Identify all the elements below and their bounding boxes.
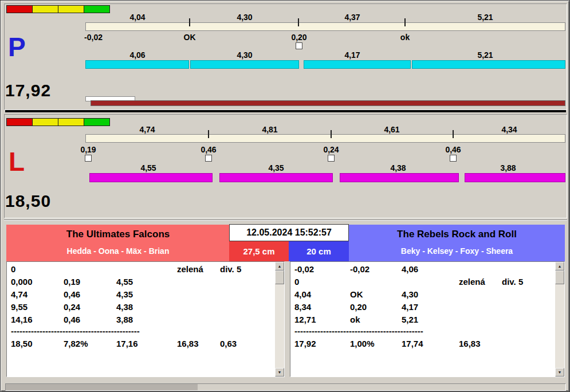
p-lower-split-label: 4,06 <box>129 50 145 60</box>
p-total-time: 17,92 <box>5 81 51 100</box>
left-panel-scrollbar[interactable]: ▲ ▼ <box>275 262 284 377</box>
l-lower-split-label: 3,88 <box>500 163 516 173</box>
tick-mark <box>331 130 332 138</box>
scroll-thumb[interactable] <box>555 271 564 284</box>
l-lower-split-label: 4,38 <box>390 163 406 173</box>
bottom-progress-fill <box>6 384 198 390</box>
p-fault-label: -0,02 <box>84 33 103 42</box>
l-total-time: 18,50 <box>5 191 51 211</box>
p-upper-time-bar <box>85 22 565 31</box>
l-split-time-label: 4,74 <box>139 125 155 134</box>
scroll-up-button[interactable]: ▲ <box>555 262 564 271</box>
tick-mark <box>208 130 209 138</box>
l-fault-checkbox[interactable] <box>328 155 335 162</box>
result-cell: 4,74 <box>11 289 27 299</box>
l-lower-bar-segment <box>340 173 459 182</box>
summary-cell: 17,16 <box>116 339 138 348</box>
result-cell: 0 <box>294 277 299 287</box>
left-team-name: The Ultimates Falcons <box>6 229 230 240</box>
l-fault-checkbox[interactable] <box>205 155 212 162</box>
left-team-header: The Ultimates Falcons Hedda - Oona - Mäx… <box>6 225 230 261</box>
summary-cell: 0,63 <box>220 339 237 348</box>
summary-cell: 17,74 <box>402 339 423 348</box>
result-cell: OK <box>350 289 363 299</box>
l-status-square-yellow1 <box>32 118 58 126</box>
result-cell: 0,19 <box>64 277 80 287</box>
result-cell: -0,02 <box>294 264 314 274</box>
summary-cell: 18,50 <box>11 339 33 348</box>
p-status-square-yellow2 <box>58 5 84 13</box>
result-cell: 14,16 <box>11 315 33 324</box>
result-divider-line: ----------------------------------------… <box>11 326 140 336</box>
p-lower-bar-segment <box>412 60 565 69</box>
l-lower-bar-segment <box>219 173 333 182</box>
result-cell: zelená <box>177 264 203 274</box>
l-fault-label: 0,24 <box>323 145 339 154</box>
left-team-members: Hedda - Oona - Mäx - Brian <box>6 246 230 256</box>
panel-l-frame <box>4 114 567 218</box>
result-cell: div. 5 <box>220 264 241 274</box>
tick-mark <box>189 18 190 26</box>
l-lane-letter: L <box>9 148 25 175</box>
p-fault-checkbox[interactable] <box>296 42 302 49</box>
summary-cell: 16,83 <box>459 339 481 348</box>
result-cell: 4,55 <box>116 277 133 287</box>
timing-app-window: P 4,04 4,30 4,37 5,21 -0,02 OK 0,20 ok 4… <box>0 0 570 392</box>
p-lower-split-label: 4,30 <box>237 50 252 60</box>
summary-cell: 17,92 <box>294 339 316 348</box>
result-cell: 5,21 <box>402 315 418 324</box>
result-cell: ok <box>350 315 360 324</box>
p-fault-label: 0,20 <box>291 33 306 42</box>
p-lower-bar-segment <box>85 60 189 69</box>
scroll-down-button[interactable]: ▼ <box>555 368 564 377</box>
scroll-down-button[interactable]: ▼ <box>275 368 284 377</box>
result-cell: 0 <box>11 264 15 274</box>
result-cell: 0,20 <box>350 302 367 312</box>
right-height-badge: 20 cm <box>289 241 349 261</box>
l-status-square-red <box>6 118 33 126</box>
l-status-square-green <box>84 118 110 126</box>
left-results-panel <box>6 261 285 377</box>
bottom-progress-track <box>5 383 566 391</box>
l-fault-checkbox[interactable] <box>85 155 92 162</box>
l-split-time-label: 4,61 <box>384 125 399 134</box>
p-lower-bar-segment <box>304 60 411 69</box>
scroll-up-button[interactable]: ▲ <box>275 262 284 271</box>
down-arrow-icon: ▼ <box>558 370 562 374</box>
scroll-thumb[interactable] <box>275 271 284 284</box>
right-team-members: Beky - Kelsey - Foxy - Sheera <box>349 246 565 256</box>
result-cell: 0,46 <box>64 315 80 324</box>
result-divider-line: ----------------------------------------… <box>294 326 423 336</box>
result-cell: 12,71 <box>294 315 316 324</box>
tick-mark <box>298 18 299 26</box>
l-fault-label: 0,46 <box>445 145 461 154</box>
p-status-square-red <box>6 5 33 13</box>
p-lane-letter: P <box>8 34 26 60</box>
tick-mark <box>453 130 454 138</box>
l-split-time-label: 4,81 <box>262 125 277 134</box>
p-fault-label: OK <box>184 33 196 42</box>
p-status-square-green <box>84 5 110 13</box>
result-cell: 8,34 <box>294 302 311 312</box>
l-lower-bar-segment <box>465 173 565 182</box>
tick-mark <box>404 18 406 26</box>
result-cell: 4,04 <box>294 289 311 299</box>
p-split-time-label: 4,04 <box>129 13 145 22</box>
result-cell: 0,24 <box>64 302 80 312</box>
section-separator <box>4 219 567 221</box>
right-panel-scrollbar[interactable]: ▲ ▼ <box>555 262 564 377</box>
l-fault-checkbox[interactable] <box>450 155 457 162</box>
p-lower-split-label: 5,21 <box>477 50 493 60</box>
up-arrow-icon: ▲ <box>558 264 562 268</box>
result-cell: 4,06 <box>402 264 418 274</box>
result-cell: 4,17 <box>402 302 418 312</box>
result-cell: div. 5 <box>502 277 523 287</box>
left-height-badge: 27,5 cm <box>229 241 289 261</box>
right-team-name: The Rebels Rock and Roll <box>349 229 565 240</box>
l-split-time-label: 4,34 <box>501 125 517 134</box>
p-split-time-label: 4,37 <box>344 13 360 22</box>
p-run-progress-fill <box>91 100 565 106</box>
result-cell: 4,35 <box>116 289 133 299</box>
result-cell: -0,02 <box>350 264 369 274</box>
l-status-square-yellow2 <box>58 118 84 126</box>
